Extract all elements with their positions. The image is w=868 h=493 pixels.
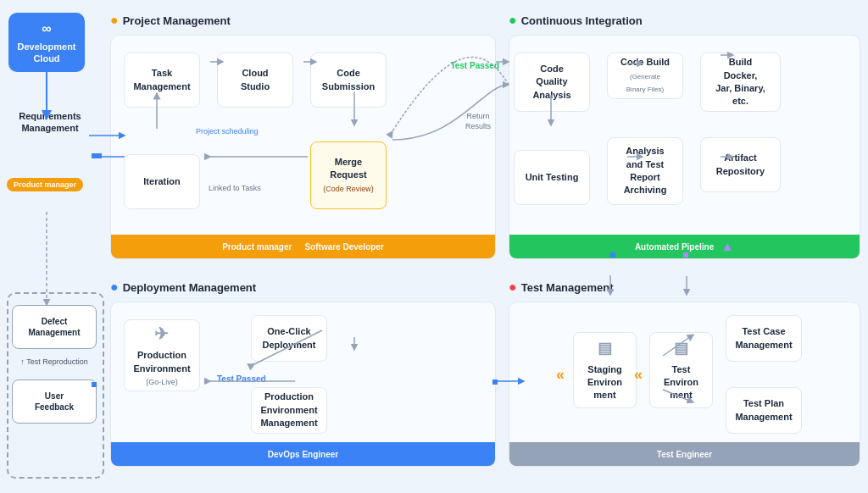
ci-content: CodeQualityAnalysis Code Build (Generate… xyxy=(509,35,860,259)
iteration-box: Iteration xyxy=(124,154,200,209)
dev-cloud-label: DevelopmentCloud xyxy=(17,41,75,65)
req-mgmt-box: RequirementsManagement xyxy=(12,110,88,135)
code-build-box: Code Build (GenerateBinary Files) xyxy=(607,53,683,99)
ci-dot: ● xyxy=(509,13,517,28)
dev-cloud-box: ∞ DevelopmentCloud xyxy=(8,13,85,72)
merge-request-box: MergeRequest (Code Review) xyxy=(310,141,387,209)
test-title: ● Test Management xyxy=(509,280,860,295)
infinity-icon: ∞ xyxy=(42,20,51,38)
deploy-content: ✈ ProductionEnvironment (Go-Live) One-Cl… xyxy=(110,302,496,467)
deploy-section: ● Deployment Management ✈ ProductionEnvi… xyxy=(110,280,496,483)
test-footer: Test Engineer xyxy=(509,442,860,466)
analysis-test-box: Analysisand TestReportArchiving xyxy=(607,137,683,205)
req-mgmt-label: RequirementsManagement xyxy=(19,111,81,133)
chevron-left-2: « xyxy=(634,366,643,384)
defect-mgmt-box: DefectManagement xyxy=(12,305,97,349)
code-quality-box: CodeQualityAnalysis xyxy=(514,53,590,112)
svg-rect-8 xyxy=(97,153,102,158)
chevron-left-1: « xyxy=(556,366,565,384)
test-case-mgmt-box: Test CaseManagement xyxy=(726,315,802,362)
prod-env-mgmt-box: ProductionEnvironmentManagement xyxy=(251,387,327,434)
test-passed-deploy-label: Test Passed xyxy=(217,374,266,384)
user-feedback-box: UserFeedback xyxy=(12,379,97,424)
code-submission-box: CodeSubmission xyxy=(310,53,387,108)
cloud-studio-box: CloudStudio xyxy=(217,53,293,108)
staging-env-box: ▤ StagingEnvironment xyxy=(573,332,637,408)
plane-icon: ✈ xyxy=(133,322,190,346)
pm-dot: ● xyxy=(110,13,119,28)
diagram-container: ∞ DevelopmentCloud RequirementsManagemen… xyxy=(0,0,868,493)
test-dot: ● xyxy=(509,280,517,295)
pm-content: TaskManagement CloudStudio CodeSubmissio… xyxy=(110,35,496,259)
test-reproduction-label: ↑ Test Reproduction xyxy=(12,357,97,366)
test-plan-mgmt-box: Test PlanManagement xyxy=(726,387,802,434)
task-mgmt-box: TaskManagement xyxy=(124,53,200,108)
unit-testing-box: Unit Testing xyxy=(514,150,590,205)
test-section: ● Test Management ▤ StagingEnvironment ▤… xyxy=(509,280,860,483)
ci-title: ● Continuous Integration xyxy=(509,13,860,28)
linked-tasks-label: Linked to Tasks xyxy=(209,184,261,192)
test-content: ▤ StagingEnvironment ▤ TestEnvironment T… xyxy=(509,302,860,467)
ci-footer: Automated Pipeline ▲ xyxy=(509,235,860,258)
test-server-icon: ▤ xyxy=(664,338,698,359)
test-env-box: ▤ TestEnvironment xyxy=(649,332,713,408)
artifact-repo-box: ArtifactRepository xyxy=(700,137,781,192)
ci-section: ● Continuous Integration CodeQualityAnal… xyxy=(509,13,860,275)
svg-rect-24 xyxy=(92,153,97,158)
return-results-label: ReturnResults xyxy=(465,112,491,131)
staging-server-icon: ▤ xyxy=(587,338,622,359)
pm-title: ● Project Management xyxy=(110,13,496,28)
build-docker-box: BuildDocker,Jar, Binary,etc. xyxy=(700,53,781,112)
one-click-box: One-ClickDeployment xyxy=(251,315,327,362)
project-scheduling-label: Project scheduling xyxy=(196,127,259,136)
test-passed-pm-label: Test Passed xyxy=(450,61,499,70)
product-manager-badge: Product manager xyxy=(7,178,83,191)
pm-footer: Product manager Software Developer xyxy=(111,235,495,258)
deploy-footer: DevOps Engineer xyxy=(111,442,495,466)
deploy-title: ● Deployment Management xyxy=(110,280,496,295)
deploy-dot: ● xyxy=(110,280,119,295)
pm-section: ● Project Management TaskManagement Clou… xyxy=(110,13,496,275)
prod-env-box: ✈ ProductionEnvironment (Go-Live) xyxy=(124,319,200,391)
